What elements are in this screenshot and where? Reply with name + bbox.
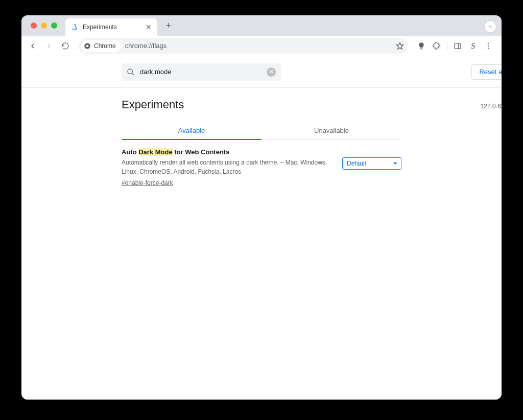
- flag-hash-link[interactable]: #enable-force-dark: [122, 179, 173, 186]
- tab-unavailable[interactable]: Unavailable: [262, 122, 401, 139]
- svg-point-4: [488, 43, 489, 44]
- browser-toolbar: Chrome chrome://flags S: [21, 36, 502, 56]
- browser-window: Experiments ✕ + Chrome chrome://flags: [21, 15, 502, 400]
- flag-select-wrap: Default: [342, 157, 401, 170]
- reload-button[interactable]: [58, 39, 73, 53]
- svg-point-1: [86, 44, 89, 47]
- window-close-button[interactable]: [31, 22, 37, 29]
- top-bar: ✕ Reset all: [21, 56, 502, 88]
- side-panel-icon[interactable]: [450, 39, 465, 53]
- omnibox[interactable]: Chrome chrome://flags: [79, 38, 408, 54]
- bookmark-star-icon[interactable]: [394, 42, 406, 50]
- flag-dropdown[interactable]: Default: [342, 157, 401, 170]
- omnibox-chip-label: Chrome: [94, 42, 116, 50]
- tabs-dropdown-button[interactable]: [484, 20, 496, 33]
- svg-rect-2: [455, 43, 461, 49]
- svg-point-5: [488, 45, 489, 46]
- flask-icon: [70, 23, 79, 31]
- page-content: ✕ Reset all Experiments 122.0.6261.129 A…: [21, 56, 502, 400]
- tab-title: Experiments: [83, 24, 141, 31]
- clear-search-icon[interactable]: ✕: [267, 67, 276, 77]
- extensions-icon[interactable]: [430, 39, 444, 53]
- main-area: Experiments 122.0.6261.129 Available Una…: [122, 98, 401, 195]
- toolbar-right: S: [414, 39, 497, 53]
- svg-point-6: [488, 48, 489, 49]
- window-minimize-button[interactable]: [41, 22, 47, 29]
- window-maximize-button[interactable]: [51, 22, 57, 29]
- traffic-lights: [26, 15, 62, 36]
- tab-available[interactable]: Available: [122, 122, 262, 139]
- tabs-row: Available Unavailable: [122, 122, 401, 140]
- svg-point-7: [128, 69, 132, 74]
- tab-strip: Experiments ✕ +: [21, 15, 502, 36]
- search-box[interactable]: ✕: [122, 63, 281, 81]
- version-label: 122.0.6261.129: [481, 103, 502, 110]
- profile-icon[interactable]: S: [466, 39, 480, 53]
- chrome-icon: [84, 42, 91, 50]
- flag-title: Auto Dark Mode for Web Contents: [122, 148, 332, 156]
- page-title: Experiments: [122, 98, 184, 111]
- flag-item: Auto Dark Mode for Web Contents Automati…: [122, 140, 401, 195]
- search-icon: [127, 68, 135, 76]
- reset-all-button[interactable]: Reset all: [471, 64, 502, 80]
- back-button[interactable]: [26, 39, 40, 53]
- omnibox-chip[interactable]: Chrome: [81, 40, 121, 52]
- omnibox-url: chrome://flags: [125, 42, 394, 50]
- browser-tab[interactable]: Experiments ✕: [65, 18, 157, 36]
- svg-line-8: [132, 73, 134, 75]
- tab-close-icon[interactable]: ✕: [145, 24, 152, 31]
- highlight: Dark Mode: [138, 148, 172, 156]
- flag-description: Automatically render all web contents us…: [122, 158, 332, 176]
- new-tab-button[interactable]: +: [161, 18, 176, 33]
- forward-button[interactable]: [42, 39, 56, 53]
- search-input[interactable]: [140, 68, 262, 76]
- toolbar-divider: [447, 41, 447, 51]
- menu-dots-icon[interactable]: [481, 39, 495, 53]
- lightbulb-icon[interactable]: [414, 39, 429, 53]
